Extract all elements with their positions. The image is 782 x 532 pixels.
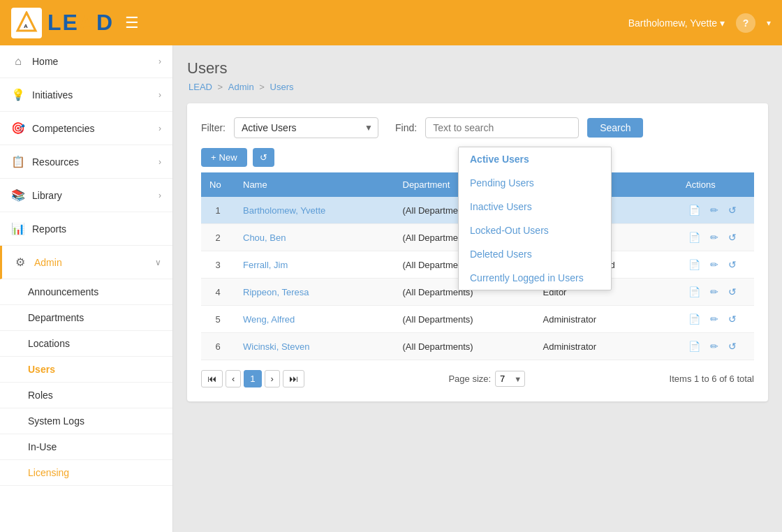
reset-icon[interactable]: ↺ bbox=[725, 203, 739, 217]
refresh-button[interactable]: ↺ bbox=[253, 148, 274, 167]
filter-select[interactable]: Active Users Pending Users Inactive User… bbox=[234, 117, 378, 138]
logo-icon: A bbox=[11, 8, 42, 38]
filter-row: Filter: Active Users Pending Users Inact… bbox=[201, 117, 754, 138]
breadcrumb-sep1: > bbox=[218, 82, 226, 92]
reset-icon[interactable]: ↺ bbox=[725, 312, 739, 326]
next-page-button[interactable]: › bbox=[265, 370, 280, 387]
filter-option-locked-out-users[interactable]: Locked-Out Users bbox=[459, 219, 611, 242]
view-icon[interactable]: 📄 bbox=[686, 312, 703, 326]
edit-icon[interactable]: ✏ bbox=[707, 285, 721, 299]
filter-option-pending-users[interactable]: Pending Users bbox=[459, 171, 611, 195]
search-button[interactable]: Search bbox=[587, 118, 643, 138]
header: A LEAD ☰ Bartholomew, Yvette ▾ ? ▾ bbox=[0, 0, 782, 45]
sidebar-item-locations[interactable]: Locations bbox=[0, 331, 172, 357]
layout: ⌂ Home › 💡 Initiatives › 🎯 Competencies … bbox=[0, 45, 782, 532]
breadcrumb-lead[interactable]: LEAD bbox=[189, 82, 212, 92]
sidebar-label-initiatives: Initiatives bbox=[32, 89, 73, 101]
sidebar-item-departments[interactable]: Departments bbox=[0, 305, 172, 331]
filter-option-inactive-users[interactable]: Inactive Users bbox=[459, 195, 611, 219]
filter-option-logged-in-users[interactable]: Currently Logged in Users bbox=[459, 266, 611, 290]
page-size-wrapper: Page size: 7 10 25 50 ▼ bbox=[448, 371, 525, 387]
cell-actions: 📄 ✏ ↺ bbox=[677, 224, 754, 251]
sidebar-item-roles[interactable]: Roles bbox=[0, 383, 172, 408]
header-left: A LEAD ☰ bbox=[11, 8, 139, 38]
sidebar-item-reports[interactable]: 📊 Reports bbox=[0, 212, 172, 246]
page-size-label: Page size: bbox=[448, 374, 491, 384]
sidebar-label-resources: Resources bbox=[32, 156, 79, 168]
sidebar-item-home[interactable]: ⌂ Home › bbox=[0, 45, 172, 78]
sidebar-item-competencies[interactable]: 🎯 Competencies › bbox=[0, 112, 172, 145]
breadcrumb-users[interactable]: Users bbox=[270, 82, 294, 92]
new-label: New bbox=[219, 152, 237, 163]
sidebar-label-admin: Admin bbox=[34, 257, 62, 268]
reset-icon[interactable]: ↺ bbox=[725, 285, 739, 299]
find-label: Find: bbox=[395, 122, 417, 133]
edit-icon[interactable]: ✏ bbox=[707, 203, 721, 217]
resources-icon: 📋 bbox=[11, 155, 25, 168]
sidebar-label-home: Home bbox=[32, 56, 58, 67]
reset-icon[interactable]: ↺ bbox=[725, 339, 739, 353]
sidebar-item-in-use[interactable]: In-Use bbox=[0, 434, 172, 460]
cell-no: 6 bbox=[201, 333, 235, 360]
view-icon[interactable]: 📄 bbox=[686, 339, 703, 353]
sidebar-item-system-logs[interactable]: System Logs bbox=[0, 408, 172, 434]
cell-actions: 📄 ✏ ↺ bbox=[677, 333, 754, 360]
help-button[interactable]: ? bbox=[736, 13, 755, 33]
admin-icon: ⚙ bbox=[13, 256, 27, 269]
cell-name[interactable]: Ferrall, Jim bbox=[235, 251, 394, 279]
page-1-button[interactable]: 1 bbox=[244, 370, 261, 387]
reset-icon[interactable]: ↺ bbox=[725, 230, 739, 244]
sidebar-label-competencies: Competencies bbox=[32, 123, 95, 134]
chevron-right-icon-resources: › bbox=[158, 157, 161, 167]
view-icon[interactable]: 📄 bbox=[686, 230, 703, 244]
sidebar-item-admin[interactable]: ⚙ Admin ∨ bbox=[0, 246, 172, 279]
cell-no: 5 bbox=[201, 306, 235, 333]
edit-icon[interactable]: ✏ bbox=[707, 230, 721, 244]
chevron-right-icon-competencies: › bbox=[158, 124, 161, 133]
filter-dropdown: Active Users Pending Users Inactive User… bbox=[458, 147, 612, 290]
last-page-button[interactable]: ⏭ bbox=[283, 370, 304, 387]
cell-no: 3 bbox=[201, 251, 235, 279]
admin-submenu: Announcements Departments Locations User… bbox=[0, 279, 172, 486]
breadcrumb-admin[interactable]: Admin bbox=[228, 82, 254, 92]
users-card: Filter: Active Users Pending Users Inact… bbox=[187, 103, 768, 401]
library-icon: 📚 bbox=[11, 189, 25, 202]
sidebar: ⌂ Home › 💡 Initiatives › 🎯 Competencies … bbox=[0, 45, 173, 532]
items-count: Items 1 to 6 of 6 total bbox=[670, 374, 754, 384]
page-size-select[interactable]: 7 10 25 50 bbox=[495, 371, 525, 387]
sidebar-item-resources[interactable]: 📋 Resources › bbox=[0, 145, 172, 179]
breadcrumb-sep2: > bbox=[259, 82, 267, 92]
cell-name[interactable]: Weng, Alfred bbox=[235, 306, 394, 333]
main-content: Users LEAD > Admin > Users Filter: Activ… bbox=[173, 45, 782, 532]
cell-actions: 📄 ✏ ↺ bbox=[677, 306, 754, 333]
view-icon[interactable]: 📄 bbox=[686, 203, 703, 217]
prev-page-button[interactable]: ‹ bbox=[226, 370, 241, 387]
svg-text:A: A bbox=[24, 23, 28, 29]
new-button[interactable]: + New bbox=[201, 148, 247, 167]
sidebar-item-library[interactable]: 📚 Library › bbox=[0, 179, 172, 212]
view-icon[interactable]: 📄 bbox=[686, 285, 703, 299]
edit-icon[interactable]: ✏ bbox=[707, 258, 721, 272]
cell-name[interactable]: Chou, Ben bbox=[235, 224, 394, 251]
search-input[interactable] bbox=[425, 117, 579, 138]
first-page-button[interactable]: ⏮ bbox=[201, 370, 223, 387]
col-name: Name bbox=[235, 172, 394, 197]
filter-option-deleted-users[interactable]: Deleted Users bbox=[459, 242, 611, 266]
sidebar-item-licensing[interactable]: Licensing bbox=[0, 460, 172, 486]
user-name[interactable]: Bartholomew, Yvette ▾ bbox=[628, 17, 725, 29]
cell-name[interactable]: Wicinski, Steven bbox=[235, 333, 394, 360]
reset-icon[interactable]: ↺ bbox=[725, 258, 739, 272]
cell-name[interactable]: Bartholomew, Yvette bbox=[235, 197, 394, 224]
cell-role: Administrator bbox=[534, 306, 677, 333]
cell-name[interactable]: Rippeon, Teresa bbox=[235, 279, 394, 306]
view-icon[interactable]: 📄 bbox=[686, 258, 703, 272]
sidebar-item-users[interactable]: Users bbox=[0, 357, 172, 383]
sidebar-item-announcements[interactable]: Announcements bbox=[0, 279, 172, 305]
page-size-select-wrap: 7 10 25 50 ▼ bbox=[495, 371, 525, 387]
filter-option-active-users[interactable]: Active Users bbox=[459, 147, 611, 171]
breadcrumb: LEAD > Admin > Users bbox=[187, 82, 768, 92]
edit-icon[interactable]: ✏ bbox=[707, 339, 721, 353]
edit-icon[interactable]: ✏ bbox=[707, 312, 721, 326]
sidebar-item-initiatives[interactable]: 💡 Initiatives › bbox=[0, 78, 172, 112]
hamburger-icon[interactable]: ☰ bbox=[125, 14, 139, 32]
